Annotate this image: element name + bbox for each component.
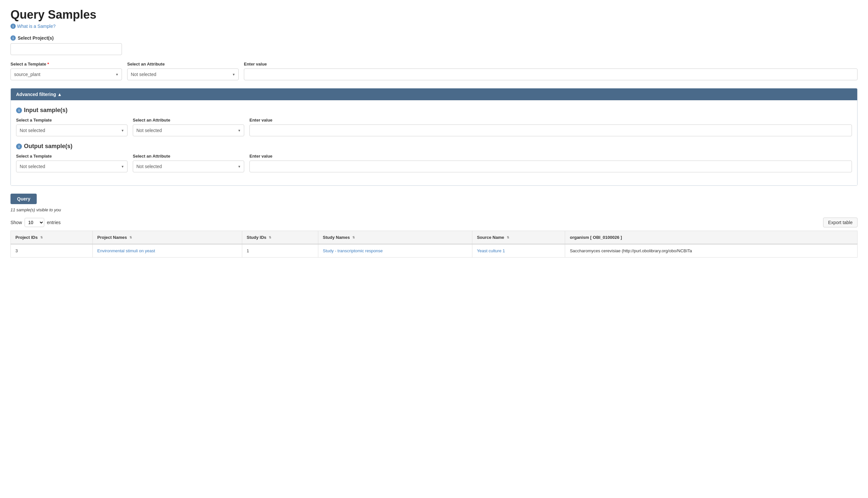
output-attribute-label: Select an Attribute	[133, 154, 244, 159]
info-icon-sample: i	[11, 24, 16, 29]
main-attribute-select[interactable]: Not selected	[127, 68, 238, 80]
th-source-name: Source Name ⇅	[472, 231, 565, 245]
sort-icon-project-ids[interactable]: ⇅	[40, 236, 43, 239]
cell-study-ids: 1	[242, 244, 318, 258]
result-info: 11 sample(s) visible to you	[11, 207, 857, 212]
advanced-panel-body: i Input sample(s) Select a Template Not …	[11, 100, 857, 185]
output-template-col: Select a Template Not selected	[16, 154, 128, 172]
main-attribute-select-wrapper: Not selected	[127, 68, 238, 80]
main-value-col: Enter value	[244, 62, 857, 80]
sort-icon-study-ids[interactable]: ⇅	[269, 236, 271, 239]
main-filter-row: Select a Template * source_plant Select …	[11, 62, 857, 80]
entries-select[interactable]: 10	[25, 218, 44, 227]
th-study-ids: Study IDs ⇅	[242, 231, 318, 245]
th-project-ids: Project IDs ⇅	[11, 231, 93, 245]
main-template-col: Select a Template * source_plant	[11, 62, 122, 80]
info-icon-output: i	[16, 144, 22, 149]
input-template-select-wrapper: Not selected	[16, 124, 128, 136]
output-template-select-wrapper: Not selected	[16, 160, 128, 172]
cell-source-name: Yeast culture 1	[472, 244, 565, 258]
main-template-label: Select a Template *	[11, 62, 122, 66]
output-attribute-col: Select an Attribute Not selected	[133, 154, 244, 172]
output-template-select[interactable]: Not selected	[16, 160, 128, 172]
cell-study-names: Study - transcriptomic response	[318, 244, 472, 258]
th-study-names: Study Names ⇅	[318, 231, 472, 245]
main-attribute-col: Select an Attribute Not selected	[127, 62, 238, 80]
output-attribute-select[interactable]: Not selected	[133, 160, 244, 172]
input-samples-title: i Input sample(s)	[16, 107, 852, 114]
what-is-sample-link[interactable]: i What is a Sample?	[11, 24, 857, 29]
output-value-label: Enter value	[249, 154, 852, 159]
input-attribute-select[interactable]: Not selected	[133, 124, 244, 136]
main-value-label: Enter value	[244, 62, 857, 66]
th-project-names: Project Names ⇅	[92, 231, 242, 245]
main-template-select[interactable]: source_plant	[11, 68, 122, 80]
input-attribute-label: Select an Attribute	[133, 118, 244, 122]
advanced-panel-header[interactable]: Advanced filtering ▲	[11, 89, 857, 100]
info-icon-projects: i	[11, 35, 16, 41]
input-filter-row: Select a Template Not selected Select an…	[16, 118, 852, 136]
table-header-row: Project IDs ⇅ Project Names ⇅ Study IDs …	[11, 231, 857, 245]
query-button[interactable]: Query	[11, 194, 37, 204]
input-template-col: Select a Template Not selected	[16, 118, 128, 136]
main-attribute-label: Select an Attribute	[127, 62, 238, 66]
sort-icon-study-names[interactable]: ⇅	[352, 236, 355, 239]
output-value-input[interactable]	[249, 160, 852, 172]
show-entries-row: Show 10 entries	[11, 218, 61, 227]
main-template-select-wrapper: source_plant	[11, 68, 122, 80]
output-template-label: Select a Template	[16, 154, 128, 159]
output-filter-row: Select a Template Not selected Select an…	[16, 154, 852, 172]
source-name-link[interactable]: Yeast culture 1	[477, 248, 505, 253]
th-organism: organism [ OBI_0100026 ]	[565, 231, 857, 245]
entries-label: entries	[47, 220, 61, 225]
study-name-link[interactable]: Study - transcriptomic response	[323, 248, 383, 253]
table-controls: Show 10 entries Export table	[11, 218, 857, 227]
output-attribute-select-wrapper: Not selected	[133, 160, 244, 172]
project-input[interactable]	[11, 43, 122, 55]
cell-project-names: Environmental stimuli on yeast	[92, 244, 242, 258]
select-projects-label: i Select Project(s)	[11, 35, 857, 41]
sort-icon-source-name[interactable]: ⇅	[507, 236, 509, 239]
input-attribute-select-wrapper: Not selected	[133, 124, 244, 136]
input-template-select[interactable]: Not selected	[16, 124, 128, 136]
output-samples-title: i Output sample(s)	[16, 143, 852, 150]
main-value-input[interactable]	[244, 68, 857, 80]
sort-icon-project-names[interactable]: ⇅	[129, 236, 132, 239]
cell-organism: Saccharomyces cerevisiae (http://purl.ob…	[565, 244, 857, 258]
input-value-label: Enter value	[249, 118, 852, 122]
input-value-col: Enter value	[249, 118, 852, 136]
export-table-button[interactable]: Export table	[823, 218, 857, 227]
input-template-label: Select a Template	[16, 118, 128, 122]
input-attribute-col: Select an Attribute Not selected	[133, 118, 244, 136]
project-name-link[interactable]: Environmental stimuli on yeast	[98, 248, 155, 253]
required-asterisk: *	[48, 62, 49, 66]
input-value-input[interactable]	[249, 124, 852, 136]
results-table: Project IDs ⇅ Project Names ⇅ Study IDs …	[11, 231, 857, 258]
page-title: Query Samples	[11, 8, 857, 22]
info-icon-input: i	[16, 107, 22, 113]
show-label: Show	[11, 220, 22, 225]
table-row: 3 Environmental stimuli on yeast 1 Study…	[11, 244, 857, 258]
cell-project-ids: 3	[11, 244, 93, 258]
advanced-panel: Advanced filtering ▲ i Input sample(s) S…	[11, 88, 857, 186]
output-value-col: Enter value	[249, 154, 852, 172]
